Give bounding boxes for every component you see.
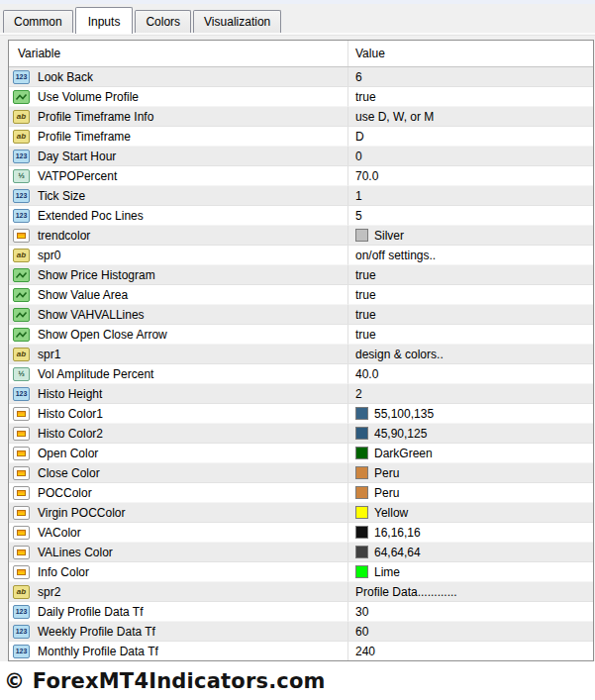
bool-type-icon [13,308,30,322]
value-text: 1 [355,189,362,203]
input-row[interactable]: abspr0on/off settings.. [9,246,593,265]
color-swatch [355,486,368,499]
double-type-icon: ½ [13,367,30,381]
input-row[interactable]: 123Day Start Hour0 [9,147,593,166]
value-cell[interactable]: use D, W, or M [347,107,593,127]
value-cell[interactable]: Profile Data............ [347,582,593,602]
value-cell[interactable]: 6 [347,67,593,87]
variable-name: Weekly Profile Data Tf [38,625,155,639]
value-cell[interactable]: true [347,285,593,305]
int-type-icon: 123 [13,189,30,203]
input-row[interactable]: Histo Color245,90,125 [9,424,593,444]
value-cell[interactable]: 30 [347,602,593,622]
input-row[interactable]: 123Tick Size1 [9,186,593,206]
column-header-variable: Variable [9,41,347,66]
input-row[interactable]: 123Monthly Profile Data Tf240 [9,642,593,661]
input-row[interactable]: Histo Color155,100,135 [9,404,593,424]
value-cell[interactable]: 1 [347,186,593,206]
input-row[interactable]: ½VATPOPercent70.0 [9,166,593,186]
variable-cell: Show Open Close Arrow [9,325,347,345]
variable-name: Close Color [38,466,100,480]
value-cell[interactable]: 64,64,64 [347,543,593,562]
input-row[interactable]: abspr2Profile Data............ [9,582,593,602]
input-row[interactable]: Show Price Histogramtrue [9,265,593,285]
input-row[interactable]: Show Open Close Arrowtrue [9,325,593,345]
variable-cell: Show Price Histogram [9,265,347,285]
value-cell[interactable]: 60 [347,622,593,642]
value-cell[interactable]: true [347,265,593,285]
value-cell[interactable]: Lime [347,562,593,582]
input-row[interactable]: Show VAHVALLinestrue [9,305,593,325]
value-cell[interactable]: 240 [347,642,593,661]
value-text: 30 [355,605,368,619]
value-cell[interactable]: on/off settings.. [347,246,593,265]
input-row[interactable]: Info ColorLime [9,562,593,582]
input-row[interactable]: trendcolorSilver [9,226,593,246]
color-type-icon [13,229,30,243]
color-type-icon [13,565,30,579]
string-type-icon: ab [13,249,30,262]
input-row[interactable]: 123Extended Poc Lines5 [9,206,593,226]
value-cell[interactable]: true [347,305,593,325]
value-cell[interactable]: design & colors.. [347,345,593,364]
variable-name: Extended Poc Lines [38,209,144,223]
value-cell[interactable]: 0 [347,147,593,166]
input-row[interactable]: POCColorPeru [9,483,593,503]
value-cell[interactable]: Silver [347,226,593,246]
variable-name: VALines Color [38,546,113,559]
value-text: 55,100,135 [374,407,434,421]
value-cell[interactable]: 2 [347,384,593,404]
value-cell[interactable]: 5 [347,206,593,226]
input-row[interactable]: Open ColorDarkGreen [9,444,593,463]
input-row[interactable]: 123Weekly Profile Data Tf60 [9,622,593,642]
value-cell[interactable]: 40.0 [347,364,593,384]
input-row[interactable]: Use Volume Profiletrue [9,87,593,107]
input-row[interactable]: abProfile TimeframeD [9,127,593,147]
value-text: Profile Data............ [355,585,457,599]
tab-inputs[interactable]: Inputs [75,7,134,34]
input-row[interactable]: abProfile Timeframe Infouse D, W, or M [9,107,593,127]
variable-cell: 123Tick Size [9,186,347,206]
input-row[interactable]: VALines Color64,64,64 [9,543,593,562]
tab-colors[interactable]: Colors [135,10,191,33]
value-cell[interactable]: DarkGreen [347,444,593,463]
color-swatch [355,526,368,539]
tab-visualization[interactable]: Visualization [193,10,281,33]
variable-name: Look Back [38,70,93,84]
color-type-icon [13,506,30,520]
input-row[interactable]: 123Look Back6 [9,67,593,87]
variable-cell: 123Weekly Profile Data Tf [9,622,347,642]
input-row[interactable]: Virgin POCColorYellow [9,503,593,523]
input-row[interactable]: VAColor16,16,16 [9,523,593,543]
variable-name: Profile Timeframe [38,130,131,144]
value-cell[interactable]: true [347,325,593,345]
variable-cell: ½Vol Amplitude Percent [9,364,347,384]
input-row[interactable]: 123Daily Profile Data Tf30 [9,602,593,622]
input-row[interactable]: abspr1design & colors.. [9,345,593,364]
variable-cell: 123Extended Poc Lines [9,206,347,226]
value-text: 2 [355,387,362,401]
value-text: 240 [355,645,375,658]
value-text: 64,64,64 [374,546,421,559]
value-cell[interactable]: Peru [347,463,593,483]
input-row[interactable]: Show Value Areatrue [9,285,593,305]
int-type-icon: 123 [13,625,30,639]
tab-common[interactable]: Common [3,10,73,33]
value-cell[interactable]: true [347,87,593,107]
input-row[interactable]: Close ColorPeru [9,463,593,483]
variable-name: Histo Color1 [38,407,103,421]
value-cell[interactable]: Peru [347,483,593,503]
input-row[interactable]: 123Histo Height2 [9,384,593,404]
input-row[interactable]: ½Vol Amplitude Percent40.0 [9,364,593,384]
value-cell[interactable]: Yellow [347,503,593,523]
value-cell[interactable]: 70.0 [347,166,593,186]
variable-name: POCColor [38,486,92,500]
value-cell[interactable]: 45,90,125 [347,424,593,444]
value-cell[interactable]: 16,16,16 [347,523,593,543]
variable-name: Day Start Hour [38,150,116,163]
variable-name: Virgin POCColor [38,506,125,520]
value-cell[interactable]: 55,100,135 [347,404,593,424]
color-type-icon [13,486,30,500]
value-cell[interactable]: D [347,127,593,147]
variable-cell: 123Monthly Profile Data Tf [9,642,347,661]
